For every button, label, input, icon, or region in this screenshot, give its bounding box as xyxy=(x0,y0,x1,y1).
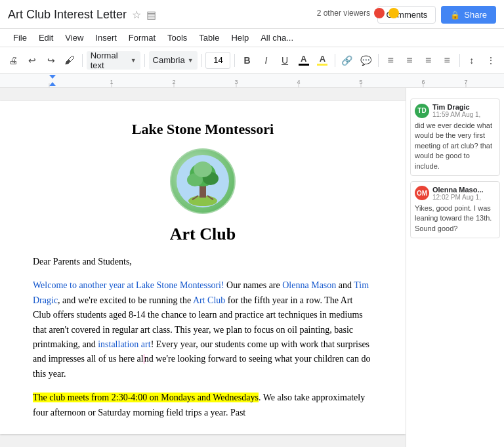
menu-edit[interactable]: Edit xyxy=(33,31,58,45)
menu-tools[interactable]: Tools xyxy=(162,31,192,45)
comment-2-author: Olenna Maso... xyxy=(432,186,484,194)
viewer-dot-2 xyxy=(388,8,399,18)
font-size-input[interactable] xyxy=(205,52,230,69)
menu-insert[interactable]: Insert xyxy=(90,31,122,45)
font-color-bar xyxy=(299,64,309,66)
share-button[interactable]: 🔒 Share xyxy=(441,6,496,24)
menu-file[interactable]: File xyxy=(8,31,32,45)
text-cursor xyxy=(144,354,144,364)
ruler-mark-2: 2 xyxy=(172,79,175,85)
ruler-indent-bottom[interactable] xyxy=(49,82,56,86)
document-title[interactable]: Art Club Interest Letter xyxy=(8,8,127,22)
comment-1-header: TD Tim Dragic 11:59 AM Aug 1, xyxy=(415,103,495,118)
style-select[interactable]: Normal text ▼ xyxy=(87,51,140,70)
body-p1-link-olenna: Olenna Mason xyxy=(282,280,336,290)
comments-sidebar: TD Tim Dragic 11:59 AM Aug 1, did we eve… xyxy=(406,88,504,447)
art-club-heading: Art Club xyxy=(33,224,373,244)
align-justify-button[interactable]: ≡ xyxy=(439,51,455,70)
comment-1-time: 11:59 AM Aug 1, xyxy=(432,111,480,118)
school-name-heading: Lake Stone Montessori xyxy=(33,121,373,138)
ruler-inner: 1 2 3 4 5 6 7 xyxy=(0,74,504,87)
body-p1-link-installation: installation art xyxy=(98,339,150,349)
ruler-tick-1 xyxy=(49,83,50,87)
comment-1-meta: Tim Dragic 11:59 AM Aug 1, xyxy=(432,103,480,118)
ruler-mark-7: 7 xyxy=(464,79,467,85)
align-left-button[interactable]: ≡ xyxy=(383,51,399,70)
toolbar-divider-1 xyxy=(82,54,83,67)
toolbar-divider-5 xyxy=(335,54,335,67)
body-paragraph-1: Welcome to another year at Lake Stone Mo… xyxy=(33,278,373,381)
main-content: Lake Stone Montessori xyxy=(0,88,504,447)
comment-1[interactable]: TD Tim Dragic 11:59 AM Aug 1, did we eve… xyxy=(410,98,500,176)
comment-button[interactable]: 💬 xyxy=(358,51,374,70)
italic-button[interactable]: I xyxy=(258,51,274,70)
menu-view[interactable]: View xyxy=(60,31,89,45)
body-p1-link-artclub: Art Club xyxy=(193,295,225,305)
style-caret: ▼ xyxy=(131,57,136,64)
viewer-dot-1 xyxy=(374,8,385,18)
comment-2-text: Yikes, good point. I was leaning toward … xyxy=(415,203,495,234)
highlighted-text: The club meets from 2:30-4:00 on Mondays… xyxy=(33,393,259,402)
underline-button[interactable]: U xyxy=(277,51,293,70)
comment-1-text: did we ever decide what would be the ver… xyxy=(415,121,495,171)
document-page: Lake Stone Montessori xyxy=(0,101,406,434)
svg-point-6 xyxy=(194,161,212,177)
star-icon[interactable]: ☆ xyxy=(132,9,141,21)
ruler-mark-3: 3 xyxy=(234,79,238,85)
ruler-mark-5: 5 xyxy=(359,79,362,85)
line-spacing-button[interactable]: ↕ xyxy=(464,51,480,70)
bold-button[interactable]: B xyxy=(239,51,255,70)
print-button[interactable]: 🖨 xyxy=(5,51,22,70)
menu-help[interactable]: Help xyxy=(226,31,254,45)
toolbar-divider-3 xyxy=(201,54,202,67)
redo-button[interactable]: ↪ xyxy=(43,51,59,70)
font-color-button[interactable]: A xyxy=(295,51,312,70)
folder-icon[interactable]: ▤ xyxy=(146,9,156,21)
document-body[interactable]: Dear Parents and Students, Welcome to an… xyxy=(33,255,373,420)
share-label: Share xyxy=(464,10,487,20)
link-button[interactable]: 🔗 xyxy=(339,51,356,70)
font-caret: ▼ xyxy=(188,57,194,64)
more-options-button[interactable]: ⋮ xyxy=(482,51,499,70)
ruler: 1 2 3 4 5 6 7 xyxy=(0,74,504,88)
align-right-button[interactable]: ≡ xyxy=(420,51,436,70)
comment-1-avatar: TD xyxy=(415,104,429,118)
comment-1-author: Tim Dragic xyxy=(432,103,480,111)
menu-all[interactable]: All cha... xyxy=(255,31,299,45)
style-label: Normal text xyxy=(91,51,128,70)
toolbar-divider-2 xyxy=(144,54,145,67)
undo-button[interactable]: ↩ xyxy=(24,51,41,70)
paint-format-button[interactable]: 🖌 xyxy=(62,51,78,70)
font-color-letter: A xyxy=(299,54,309,63)
comment-2-header: OM Olenna Maso... 12:02 PM Aug 1, xyxy=(415,186,495,201)
body-p1-link-start: Welcome to another year at Lake Stone Mo… xyxy=(33,280,224,290)
other-viewers-text: 2 other viewers xyxy=(317,9,370,18)
ruler-indent-top[interactable] xyxy=(49,75,56,79)
lock-icon: 🔒 xyxy=(450,11,460,20)
highlight-color-bar xyxy=(317,64,327,66)
comment-2-time: 12:02 PM Aug 1, xyxy=(432,194,484,201)
font-label: Cambria xyxy=(153,55,185,65)
highlight-color-letter: A xyxy=(317,54,327,63)
tree-svg xyxy=(177,155,229,207)
toolbar: 🖨 ↩ ↪ 🖌 Normal text ▼ Cambria ▼ B I U A … xyxy=(0,47,504,74)
menu-table[interactable]: Table xyxy=(194,31,224,45)
comment-2[interactable]: OM Olenna Maso... 12:02 PM Aug 1, Yikes,… xyxy=(410,181,500,238)
toolbar-divider-4 xyxy=(234,54,235,67)
highlight-color-button[interactable]: A xyxy=(314,51,331,70)
ruler-mark-1: 1 xyxy=(110,79,113,85)
top-bar-left: Art Club Interest Letter ☆ ▤ xyxy=(8,8,156,22)
align-center-button[interactable]: ≡ xyxy=(402,51,418,70)
ruler-mark-4: 4 xyxy=(297,79,300,85)
menu-bar: File Edit View Insert Format Tools Table… xyxy=(0,29,504,47)
menu-format[interactable]: Format xyxy=(123,31,161,45)
top-bar: Art Club Interest Letter ☆ ▤ Comments 🔒 … xyxy=(0,0,504,29)
greeting-paragraph: Dear Parents and Students, xyxy=(33,255,373,269)
tree-circle xyxy=(170,148,236,214)
font-select[interactable]: Cambria ▼ xyxy=(149,51,198,70)
document-area[interactable]: Lake Stone Montessori xyxy=(0,88,406,447)
comment-2-avatar: OM xyxy=(415,186,429,200)
viewers-row: 2 other viewers xyxy=(317,0,399,26)
toolbar-divider-7 xyxy=(459,54,460,67)
body-paragraph-2: The club meets from 2:30-4:00 on Mondays… xyxy=(33,391,373,420)
